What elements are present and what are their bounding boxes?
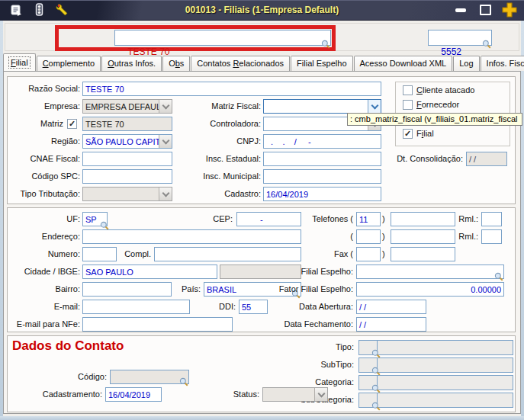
cnpj-input[interactable]: . . / -: [263, 134, 381, 149]
uf-input[interactable]: SP: [82, 212, 108, 226]
email-input[interactable]: [82, 300, 190, 314]
razao-social-input[interactable]: TESTE 70: [82, 82, 381, 96]
dt-consolidacao-input[interactable]: / /: [466, 152, 507, 166]
cnae-fiscal-input[interactable]: [82, 152, 172, 166]
tab-complemento[interactable]: Complemento: [37, 56, 101, 71]
fator-filial-espelho-input[interactable]: 0.00000: [356, 282, 504, 297]
data-abertura-input[interactable]: / /: [356, 300, 426, 314]
tab-filial[interactable]: Filial: [3, 53, 36, 71]
filial-header-input[interactable]: TESTE 70: [114, 30, 331, 46]
window-border-right: [521, 20, 524, 420]
chevron-down-icon[interactable]: [368, 100, 381, 113]
chevron-down-icon[interactable]: [159, 188, 172, 200]
chevron-down-icon[interactable]: [314, 388, 327, 401]
cnae-fiscal-label: CNAE Fiscal:: [9, 152, 80, 166]
chevron-down-icon[interactable]: [159, 100, 172, 113]
matriz-checkbox[interactable]: [67, 119, 77, 129]
minimize-button[interactable]: [452, 3, 469, 17]
matriz-fiscal-combo[interactable]: [263, 99, 381, 114]
telefones-label: Telefones (: [268, 212, 353, 226]
telefone2-ddd-input[interactable]: [356, 229, 381, 244]
contato-codigo-input[interactable]: [110, 370, 189, 384]
endereco-label: Endereço:: [9, 229, 80, 244]
cliente-atacado-checkbox[interactable]: [403, 85, 413, 95]
regiao-combo[interactable]: SÃO PAULO CAPITAL: [82, 134, 172, 149]
cliente-atacado-label: Cliente atacado: [416, 85, 474, 96]
filial-checkbox[interactable]: [403, 129, 413, 139]
magnifier-icon[interactable]: [371, 400, 381, 409]
subtipo-label: SubTipo:: [275, 357, 354, 372]
close-button[interactable]: [501, 3, 518, 17]
controladora-label: Controladora:: [177, 117, 261, 131]
magnifier-icon[interactable]: [179, 377, 188, 386]
dt-consolidacao-label: Dt. Consolidação:: [385, 152, 463, 166]
endereco-input[interactable]: [82, 229, 301, 244]
insc-estadual-label: Insc. Estadual:: [177, 152, 261, 166]
chevron-down-icon[interactable]: [159, 135, 172, 148]
cidade-ibge-label: Cidade / IBGE:: [9, 265, 80, 279]
telefone1-paren: ): [382, 212, 388, 226]
magnifier-icon[interactable]: [371, 348, 381, 357]
bairro-input[interactable]: [82, 282, 172, 297]
compl-label: Compl.: [120, 247, 151, 261]
fax-input[interactable]: [391, 247, 455, 261]
pais-label: País:: [174, 282, 201, 297]
tab-acesso-download-xml[interactable]: Acesso Download XML: [354, 56, 453, 71]
telefone2-open-paren: (: [347, 229, 353, 244]
maximize-icon: [480, 5, 491, 15]
telefone1-ddd-input[interactable]: 11: [356, 212, 381, 226]
status-label: Status:: [215, 387, 259, 402]
categoria-input[interactable]: [358, 375, 513, 390]
magnifier-icon[interactable]: [371, 365, 381, 374]
email-nfe-label: E-mail para NFe:: [6, 317, 80, 332]
wrench-icon[interactable]: [56, 3, 69, 17]
empresa-label: Empresa:: [9, 99, 80, 114]
tab-filial-espelho[interactable]: Filial Espelho: [291, 56, 352, 71]
telefone2-paren: ): [382, 229, 388, 244]
maximize-button[interactable]: [477, 3, 493, 17]
telefone2-input[interactable]: [391, 229, 455, 244]
telefone1-input[interactable]: [391, 212, 455, 226]
traffic-light-icon[interactable]: [34, 3, 44, 17]
ddi-input[interactable]: 55: [239, 300, 268, 314]
cadastro-input[interactable]: 16/04/2019: [263, 187, 381, 201]
subtipo-input[interactable]: [358, 357, 513, 373]
fator-filial-espelho-label: Fator Filial Espelho:: [252, 282, 353, 297]
razao-social-label: Razão Social:: [9, 82, 80, 96]
cidade-input[interactable]: SAO PAULO: [82, 265, 217, 279]
magnifier-icon[interactable]: [321, 39, 330, 48]
compl-input[interactable]: [154, 247, 301, 261]
tab-infos-fiscais[interactable]: Infos. Fiscais: [481, 56, 524, 71]
data-abertura-label: Data Abertura:: [275, 300, 353, 314]
tipo-input[interactable]: [358, 340, 513, 355]
codigo-spc-input[interactable]: [82, 169, 172, 184]
insc-municipal-input[interactable]: [263, 169, 381, 184]
fax-ddd-input[interactable]: [356, 247, 381, 261]
fax-paren: ): [382, 247, 388, 261]
magnifier-icon[interactable]: [371, 383, 381, 392]
empresa-combo[interactable]: EMPRESA DEFAULT: [82, 99, 172, 114]
status-combo[interactable]: [262, 387, 328, 402]
codigo-header-input[interactable]: 5552: [428, 30, 492, 46]
filial-espelho-input[interactable]: [356, 265, 504, 279]
cadastro-label: Cadastro:: [177, 187, 261, 201]
ramal2-input[interactable]: [481, 229, 502, 244]
matriz-label: Matriz: [9, 117, 63, 131]
fornecedor-checkbox[interactable]: [403, 100, 413, 110]
tab-contatos-relacionados[interactable]: Contatos Relacionados: [191, 56, 290, 71]
cadastramento-input[interactable]: 16/04/2019: [105, 387, 162, 402]
matriz-input[interactable]: TESTE 70: [82, 117, 172, 131]
subcategoria-input[interactable]: [358, 393, 513, 408]
contato-codigo-label: Código:: [34, 370, 107, 384]
numero-input[interactable]: [82, 247, 117, 261]
fornecedor-label: Fornecedor: [416, 99, 459, 111]
tipo-tributacao-combo[interactable]: [82, 187, 172, 201]
document-icon[interactable]: [10, 4, 23, 17]
email-nfe-input[interactable]: [82, 317, 233, 332]
ramal1-input[interactable]: [481, 212, 502, 226]
data-fechamento-input[interactable]: / /: [356, 317, 426, 332]
insc-estadual-input[interactable]: [263, 152, 381, 166]
magnifier-icon[interactable]: [482, 39, 491, 48]
tab-log[interactable]: Log: [453, 56, 479, 71]
magnifier-icon[interactable]: [494, 272, 503, 281]
